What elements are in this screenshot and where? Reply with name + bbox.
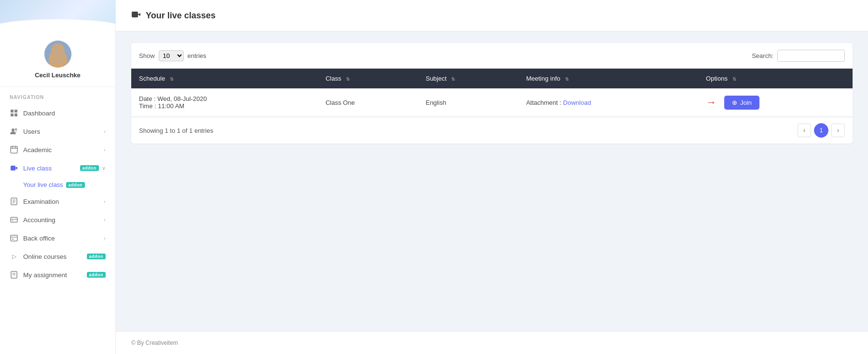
schedule-sort-icon[interactable]: ⇅ (170, 76, 174, 82)
page-title: Your live classes (146, 11, 216, 21)
schedule-cell: Date : Wed, 08-Jul-2020 Time : 11:00 AM (131, 88, 318, 117)
users-arrow-icon: › (104, 128, 106, 134)
meeting-sort-icon[interactable]: ⇅ (565, 76, 569, 82)
entries-select[interactable]: 10 25 50 100 (159, 50, 184, 61)
class-cell: Class One (318, 88, 418, 117)
pagination: ‹ 1 › (798, 123, 845, 138)
sidebar-item-examination-label: Examination (23, 198, 104, 205)
sidebar-item-users-label: Users (23, 128, 104, 135)
sidebar-item-dashboard-label: Dashboard (23, 110, 106, 117)
svg-point-2 (12, 128, 14, 131)
page-1-button[interactable]: 1 (814, 123, 828, 138)
avatar-image (44, 41, 71, 68)
sidebar-item-users[interactable]: Users › (0, 122, 115, 141)
sidebar-item-online-courses[interactable]: ▷ Online courses addon (0, 247, 115, 266)
options-sort-icon[interactable]: ⇅ (732, 76, 736, 82)
sidebar-item-academic[interactable]: Academic › (0, 141, 115, 159)
join-label: Join (740, 99, 752, 106)
sidebar-item-accounting[interactable]: Accounting › (0, 211, 115, 229)
search-area: Search: (752, 50, 845, 62)
live-classes-table: Schedule ⇅ Class ⇅ Subject ⇅ Meeting i (131, 69, 853, 117)
show-label: Show (139, 52, 155, 59)
svg-point-14 (12, 220, 13, 221)
live-class-icon (10, 164, 18, 172)
col-subject: Subject ⇅ (418, 69, 518, 88)
showing-text: Showing 1 to 1 of 1 entries (139, 127, 213, 134)
sidebar-item-back-office[interactable]: Back office › (0, 229, 115, 247)
svg-rect-21 (132, 12, 138, 17)
subject-sort-icon[interactable]: ⇅ (451, 76, 455, 82)
options-cell: → ⊕ Join (698, 88, 853, 117)
my-assignment-badge: addon (87, 272, 106, 278)
search-label: Search: (752, 52, 773, 59)
col-schedule: Schedule ⇅ (131, 69, 318, 88)
main-footer: © By Creativeitem (116, 331, 868, 354)
svg-point-1 (52, 57, 64, 64)
accounting-arrow-icon: › (104, 217, 106, 223)
sidebar-item-back-office-label: Back office (23, 235, 104, 242)
class-sort-icon[interactable]: ⇅ (346, 76, 350, 82)
sidebar: Cecil Leuschke NAVIGATION Dashboard User… (0, 0, 116, 354)
attachment-separator: : (560, 99, 563, 106)
sidebar-sub-item-your-live-class[interactable]: Your live class addon (0, 177, 115, 192)
nav-section-label: NAVIGATION (0, 87, 115, 104)
join-button[interactable]: ⊕ Join (724, 96, 759, 110)
table-row: Date : Wed, 08-Jul-2020 Time : 11:00 AM … (131, 88, 853, 117)
sidebar-item-dashboard[interactable]: Dashboard (0, 104, 115, 122)
table-body: Date : Wed, 08-Jul-2020 Time : 11:00 AM … (131, 88, 853, 117)
sidebar-item-examination[interactable]: Examination › (0, 192, 115, 211)
sidebar-user: Cecil Leuschke (0, 29, 115, 87)
svg-point-3 (15, 128, 17, 131)
sidebar-item-live-class[interactable]: Live class addon ∨ (0, 159, 115, 177)
back-office-icon (10, 234, 18, 242)
svg-rect-15 (11, 235, 17, 241)
live-class-badge: addon (80, 165, 99, 171)
entries-label: entries (188, 52, 207, 59)
academic-arrow-icon: › (104, 147, 106, 153)
date-field: Date : Wed, 08-Jul-2020 (139, 95, 310, 102)
footer-text: © By Creativeitem (131, 340, 178, 346)
sidebar-sub-item-label: Your live class (23, 181, 63, 188)
examination-icon (10, 197, 18, 206)
sidebar-item-online-courses-label: Online courses (23, 253, 84, 260)
prev-page-button[interactable]: ‹ (798, 124, 811, 137)
search-input[interactable] (777, 50, 845, 62)
table-footer: Showing 1 to 1 of 1 entries ‹ 1 › (131, 117, 853, 143)
sidebar-item-academic-label: Academic (23, 146, 104, 154)
svg-rect-17 (12, 239, 14, 240)
download-link[interactable]: Download (563, 99, 591, 106)
table-header: Schedule ⇅ Class ⇅ Subject ⇅ Meeting i (131, 69, 853, 88)
time-value: 11:00 AM (158, 102, 184, 110)
online-courses-icon: ▷ (10, 252, 18, 261)
main-content: Your live classes Show 10 25 50 100 entr… (116, 0, 868, 354)
meeting-info-cell: Attachment : Download (518, 88, 698, 117)
subject-cell: English (418, 88, 518, 117)
attachment-label: Attachment (526, 99, 558, 106)
show-entries-control: Show 10 25 50 100 entries (139, 50, 207, 61)
users-icon (10, 127, 18, 136)
examination-arrow-icon: › (104, 198, 106, 204)
user-name: Cecil Leuschke (35, 71, 81, 79)
join-icon: ⊕ (732, 99, 737, 106)
next-page-button[interactable]: › (831, 124, 845, 137)
svg-rect-13 (11, 217, 17, 222)
sidebar-item-my-assignment[interactable]: My assignment addon (0, 266, 115, 284)
red-arrow-icon: → (706, 96, 716, 109)
col-class: Class ⇅ (318, 69, 418, 88)
back-office-arrow-icon: › (104, 235, 106, 241)
live-class-arrow-icon: ∨ (102, 165, 106, 171)
content-area: Show 10 25 50 100 entries Search: (116, 31, 868, 331)
date-label: Date (139, 95, 152, 102)
academic-icon (10, 145, 18, 154)
my-assignment-icon (10, 270, 18, 279)
time-field: Time : 11:00 AM (139, 102, 310, 110)
page-header-icon (131, 10, 141, 21)
sidebar-item-accounting-label: Accounting (23, 216, 104, 224)
online-courses-badge: addon (87, 254, 106, 259)
table-controls: Show 10 25 50 100 entries Search: (131, 43, 853, 69)
time-label: Time (139, 102, 152, 110)
sidebar-decoration (0, 0, 115, 29)
col-options: Options ⇅ (698, 69, 853, 88)
col-meeting-info: Meeting info ⇅ (518, 69, 698, 88)
avatar (44, 41, 71, 68)
